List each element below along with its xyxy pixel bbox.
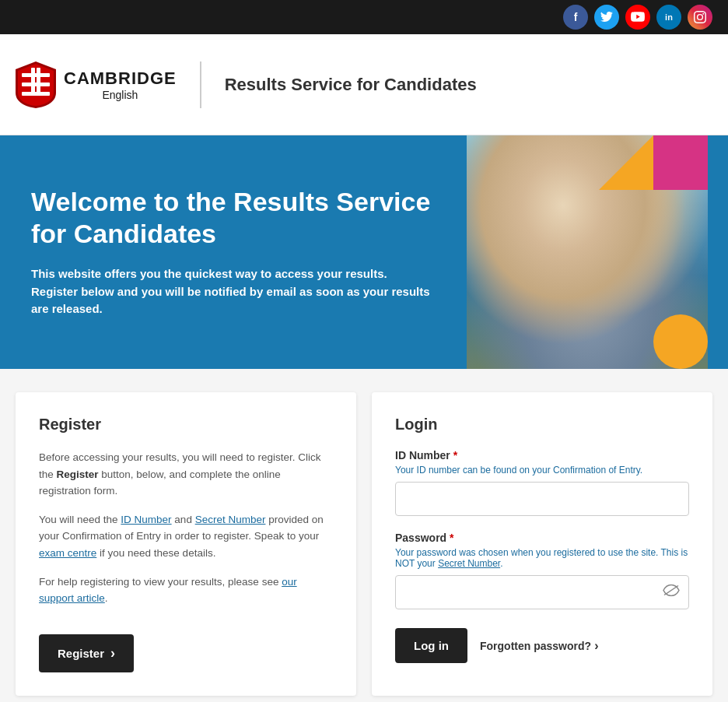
register-card: Register Before accessing your results, …	[16, 392, 356, 696]
svg-rect-2	[22, 92, 50, 96]
instagram-icon[interactable]	[688, 5, 712, 30]
header: CAMBRIDGE English Results Service for Ca…	[0, 34, 728, 135]
secret-number-hint-link[interactable]: Secret Number	[438, 558, 500, 569]
password-hint: Your password was chosen when you regist…	[395, 547, 689, 569]
password-input-wrapper	[395, 575, 689, 609]
login-card: Login ID Number * Your ID number can be …	[372, 392, 712, 696]
english-brand: English	[64, 89, 177, 101]
social-bar: f in	[0, 0, 728, 34]
register-button[interactable]: Register ›	[39, 634, 134, 672]
register-para1: Before accessing your results, you will …	[39, 449, 333, 500]
forgot-label: Forgotten password?	[480, 640, 591, 652]
facebook-icon[interactable]: f	[563, 5, 588, 30]
register-bold: Register	[57, 469, 99, 480]
logo-section: CAMBRIDGE English	[16, 61, 201, 108]
geo-pink-shape	[653, 135, 708, 190]
register-title: Register	[39, 416, 333, 433]
geo-triangle	[599, 135, 653, 190]
logo-text: CAMBRIDGE English	[64, 68, 177, 101]
login-button[interactable]: Log in	[395, 628, 467, 663]
exam-centre-link[interactable]: exam centre	[39, 547, 96, 559]
register-para3-end: .	[105, 592, 108, 604]
register-para2-start: You will need the	[39, 514, 121, 525]
toggle-password-icon[interactable]	[663, 584, 680, 601]
id-number-link[interactable]: ID Number	[121, 514, 171, 525]
password-required: *	[450, 532, 453, 544]
id-required: *	[453, 449, 457, 462]
register-button-arrow: ›	[110, 645, 115, 662]
forgot-password-link[interactable]: Forgotten password? ›	[480, 639, 598, 653]
hero-content: Welcome to the Results Service for Candi…	[0, 135, 467, 369]
login-actions: Log in Forgotten password? ›	[395, 628, 689, 663]
register-para2-end: if you need these details.	[96, 547, 215, 559]
svg-rect-3	[31, 68, 35, 96]
hero-image	[467, 135, 708, 369]
password-label: Password *	[395, 532, 689, 544]
youtube-icon[interactable]	[625, 5, 650, 30]
svg-rect-4	[37, 68, 40, 96]
register-para2: You will need the ID Number and Secret N…	[39, 511, 333, 562]
register-para3-start: For help registering to view your result…	[39, 576, 282, 588]
id-number-group: ID Number * Your ID number can be found …	[395, 449, 689, 516]
hero-subtext: This website offers you the quickest way…	[31, 265, 436, 318]
cambridge-shield-icon	[16, 61, 56, 108]
register-para3: For help registering to view your result…	[39, 574, 333, 607]
geo-yellow-shape	[653, 314, 708, 369]
svg-rect-1	[22, 82, 50, 86]
secret-number-link[interactable]: Secret Number	[195, 514, 266, 525]
main-content: Register Before accessing your results, …	[0, 369, 728, 702]
register-button-label: Register	[58, 647, 104, 660]
twitter-icon[interactable]	[594, 5, 619, 30]
login-title: Login	[395, 416, 689, 433]
id-hint: Your ID number can be found on your Conf…	[395, 465, 689, 476]
hero-banner: Welcome to the Results Service for Candi…	[0, 135, 728, 369]
forgot-arrow: ›	[594, 639, 598, 653]
linkedin-icon[interactable]: in	[656, 5, 681, 30]
register-para2-mid1: and	[172, 514, 195, 525]
cambridge-brand: CAMBRIDGE	[64, 68, 177, 89]
svg-rect-0	[22, 73, 50, 77]
hero-heading: Welcome to the Results Service for Candi…	[31, 186, 436, 250]
header-title: Results Service for Candidates	[225, 75, 477, 95]
id-number-label: ID Number *	[395, 449, 689, 462]
id-number-input[interactable]	[395, 482, 689, 516]
password-input[interactable]	[395, 575, 689, 609]
password-group: Password * Your password was chosen when…	[395, 532, 689, 609]
